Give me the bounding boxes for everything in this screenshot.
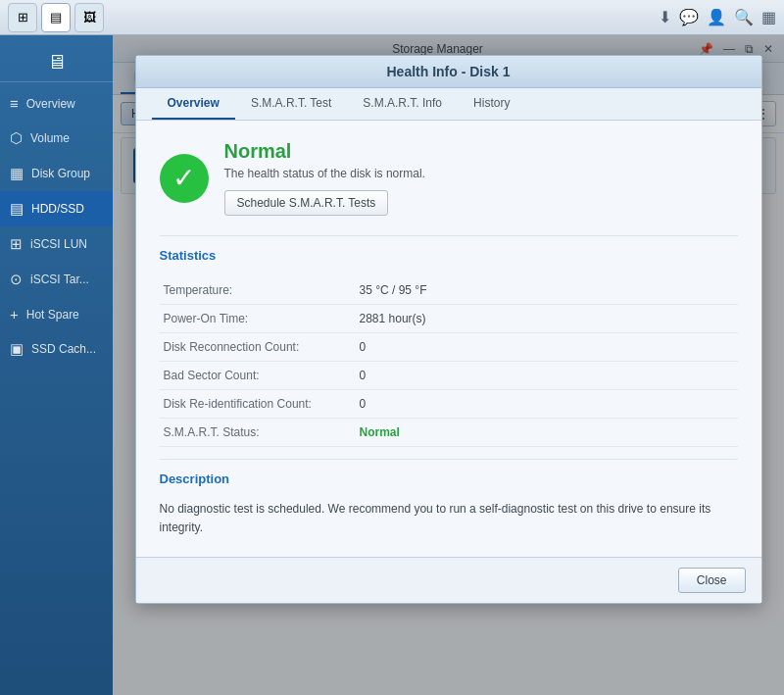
sidebar-item-hot-spare[interactable]: + Hot Spare — [0, 297, 113, 331]
description-text: No diagnostic test is scheduled. We reco… — [160, 500, 738, 537]
sidebar-item-hdd-ssd[interactable]: ▤ HDD/SSD — [0, 191, 113, 226]
modal-tab-overview[interactable]: Overview — [152, 88, 235, 120]
stat-value: 2881 hour(s) — [356, 305, 738, 333]
iscsi-lun-icon: ⊞ — [10, 235, 23, 253]
download-icon[interactable]: ⬇ — [659, 8, 671, 26]
stat-label: Power-On Time: — [160, 305, 356, 333]
taskbar-app-list[interactable]: ▤ — [41, 3, 71, 32]
sidebar-item-iscsi-lun[interactable]: ⊞ iSCSI LUN — [0, 226, 113, 262]
statistics-section: Statistics Temperature:35 °C / 95 °FPowe… — [160, 248, 738, 447]
health-status-row: ✓ Normal The health status of the disk i… — [160, 140, 738, 216]
statistics-table: Temperature:35 °C / 95 °FPower-On Time:2… — [160, 276, 738, 447]
divider-1 — [160, 235, 738, 236]
health-status-label: Normal — [224, 140, 425, 163]
main-layout: 🖥 ≡ Overview ⬡ Volume ▦ Disk Group ▤ HDD… — [0, 35, 784, 695]
sidebar-item-iscsi-target[interactable]: ⊙ iSCSI Tar... — [0, 262, 113, 297]
sidebar-item-label-iscsi-target: iSCSI Tar... — [30, 273, 89, 286]
taskbar-app-grid[interactable]: ⊞ — [8, 3, 37, 32]
health-status-desc: The health status of the disk is normal. — [224, 167, 425, 180]
sidebar-item-ssd-cache[interactable]: ▣ SSD Cach... — [0, 331, 113, 367]
modal-tab-smart-info[interactable]: S.M.A.R.T. Info — [347, 88, 458, 120]
grid-icon[interactable]: ▦ — [761, 8, 776, 26]
modal-header: Health Info - Disk 1 — [136, 56, 761, 88]
ssd-cache-icon: ▣ — [10, 340, 24, 358]
hot-spare-icon: + — [10, 306, 19, 323]
volume-icon: ⬡ — [10, 129, 23, 147]
schedule-smart-button[interactable]: Schedule S.M.A.R.T. Tests — [224, 190, 389, 216]
modal-overlay: Health Info - Disk 1 Overview S.M.A.R.T.… — [113, 35, 784, 695]
stat-label: S.M.A.R.T. Status: — [160, 419, 356, 447]
stat-value: 0 — [356, 362, 738, 390]
sidebar-logo: 🖥 — [0, 43, 113, 82]
modal-tabs: Overview S.M.A.R.T. Test S.M.A.R.T. Info… — [136, 88, 761, 121]
stat-value: Normal — [356, 419, 738, 447]
health-info-modal: Health Info - Disk 1 Overview S.M.A.R.T.… — [135, 55, 762, 604]
statistics-title: Statistics — [160, 248, 738, 267]
sidebar-item-volume[interactable]: ⬡ Volume — [0, 121, 113, 156]
message-icon[interactable]: 💬 — [679, 8, 699, 26]
taskbar-right: ⬇ 💬 👤 🔍 ▦ — [659, 8, 776, 26]
diskgroup-icon: ▦ — [10, 165, 24, 182]
taskbar-left: ⊞ ▤ 🖼 — [8, 3, 104, 32]
user-icon[interactable]: 👤 — [707, 8, 726, 26]
sidebar-item-label-hdd-ssd: HDD/SSD — [31, 202, 84, 216]
content-area: Storage Manager 📌 — ⧉ ✕ HDD/SSD Logs Tes… — [113, 35, 784, 695]
sidebar-item-label-ssd-cache: SSD Cach... — [31, 342, 96, 356]
health-text-block: Normal The health status of the disk is … — [224, 140, 425, 216]
stat-value: 0 — [356, 333, 738, 362]
health-check-icon: ✓ — [160, 154, 209, 203]
sidebar-item-label-diskgroup: Disk Group — [31, 167, 90, 180]
stat-value: 0 — [356, 390, 738, 419]
stat-label: Disk Reconnection Count: — [160, 333, 356, 362]
modal-title: Health Info - Disk 1 — [386, 64, 510, 79]
modal-footer: Close — [136, 557, 761, 603]
stat-label: Temperature: — [160, 276, 356, 305]
taskbar: ⊞ ▤ 🖼 ⬇ 💬 👤 🔍 ▦ — [0, 0, 784, 35]
close-button[interactable]: Close — [678, 568, 746, 593]
sidebar-item-label-hot-spare: Hot Spare — [26, 308, 79, 322]
sidebar: 🖥 ≡ Overview ⬡ Volume ▦ Disk Group ▤ HDD… — [0, 35, 113, 695]
overview-icon: ≡ — [10, 95, 19, 112]
modal-body: ✓ Normal The health status of the disk i… — [136, 121, 761, 557]
sidebar-item-diskgroup[interactable]: ▦ Disk Group — [0, 156, 113, 191]
taskbar-app-image[interactable]: 🖼 — [74, 3, 104, 32]
stat-label: Disk Re-identification Count: — [160, 390, 356, 419]
stat-label: Bad Sector Count: — [160, 362, 356, 390]
description-section: Description No diagnostic test is schedu… — [160, 472, 738, 537]
description-title: Description — [160, 472, 738, 490]
sidebar-item-label-iscsi-lun: iSCSI LUN — [30, 237, 87, 251]
modal-tab-history[interactable]: History — [458, 88, 525, 120]
modal-tab-smart-test[interactable]: S.M.A.R.T. Test — [235, 88, 347, 120]
iscsi-target-icon: ⊙ — [10, 271, 23, 288]
search-icon[interactable]: 🔍 — [734, 8, 754, 26]
sidebar-item-label-volume: Volume — [30, 131, 70, 145]
hdd-ssd-icon: ▤ — [10, 200, 24, 218]
sidebar-item-overview[interactable]: ≡ Overview — [0, 86, 113, 121]
sidebar-item-label-overview: Overview — [26, 97, 75, 111]
divider-2 — [160, 459, 738, 460]
stat-value: 35 °C / 95 °F — [356, 276, 738, 305]
